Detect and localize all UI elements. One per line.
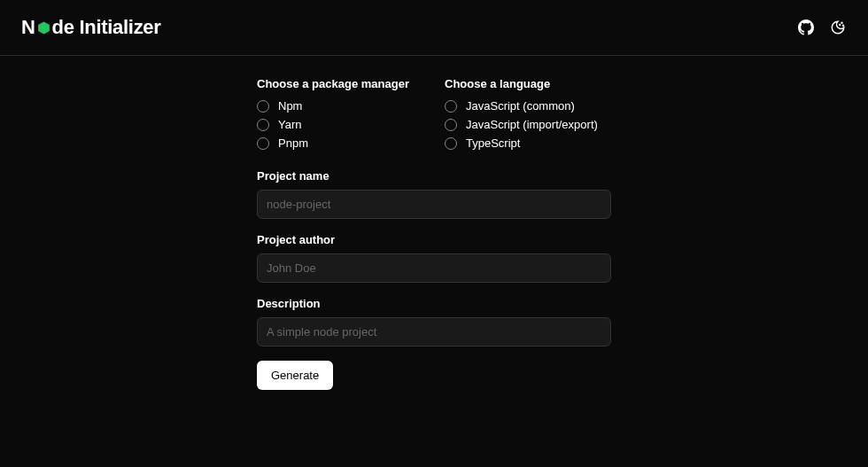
- radio-circle-icon: [257, 100, 269, 113]
- radio-pnpm[interactable]: Pnpm: [257, 136, 423, 150]
- radio-circle-icon: [257, 137, 269, 150]
- language-group: Choose a language JavaScript (common) Ja…: [445, 77, 611, 155]
- project-author-field: Project author: [257, 233, 611, 283]
- project-name-field: Project name: [257, 169, 611, 219]
- radio-label: TypeScript: [466, 136, 520, 150]
- radio-circle-icon: [257, 119, 269, 131]
- radio-row: Choose a package manager Npm Yarn Pnpm C…: [257, 77, 611, 155]
- package-manager-group: Choose a package manager Npm Yarn Pnpm: [257, 77, 423, 155]
- description-input[interactable]: [257, 317, 611, 346]
- description-field: Description: [257, 297, 611, 346]
- header-actions: [797, 19, 847, 36]
- radio-typescript[interactable]: TypeScript: [445, 136, 611, 150]
- language-label: Choose a language: [445, 77, 611, 90]
- project-author-label: Project author: [257, 233, 611, 246]
- radio-yarn[interactable]: Yarn: [257, 118, 423, 131]
- logo-text-before: N: [21, 16, 35, 39]
- svg-point-2: [840, 25, 841, 26]
- radio-circle-icon: [445, 100, 457, 113]
- radio-circle-icon: [445, 119, 457, 131]
- radio-js-common[interactable]: JavaScript (common): [445, 99, 611, 113]
- project-name-label: Project name: [257, 169, 611, 183]
- radio-npm[interactable]: Npm: [257, 99, 423, 113]
- svg-point-1: [843, 25, 844, 26]
- radio-label: Npm: [278, 99, 302, 113]
- description-label: Description: [257, 297, 611, 310]
- github-icon[interactable]: [797, 19, 815, 36]
- logo-text-after: de Initializer: [52, 16, 161, 39]
- app-logo: N de Initializer: [21, 16, 161, 39]
- theme-toggle-icon[interactable]: [829, 19, 847, 36]
- radio-label: Yarn: [278, 118, 302, 131]
- main-form: Choose a package manager Npm Yarn Pnpm C…: [257, 56, 611, 390]
- radio-label: JavaScript (import/export): [466, 118, 598, 131]
- package-manager-label: Choose a package manager: [257, 77, 423, 90]
- project-name-input[interactable]: [257, 190, 611, 219]
- header: N de Initializer: [0, 0, 868, 56]
- radio-label: Pnpm: [278, 136, 308, 150]
- radio-circle-icon: [445, 137, 457, 150]
- generate-button[interactable]: Generate: [257, 361, 333, 390]
- hexagon-icon: [36, 20, 51, 35]
- radio-label: JavaScript (common): [466, 99, 575, 113]
- radio-js-esm[interactable]: JavaScript (import/export): [445, 118, 611, 131]
- project-author-input[interactable]: [257, 253, 611, 283]
- svg-point-0: [841, 22, 842, 23]
